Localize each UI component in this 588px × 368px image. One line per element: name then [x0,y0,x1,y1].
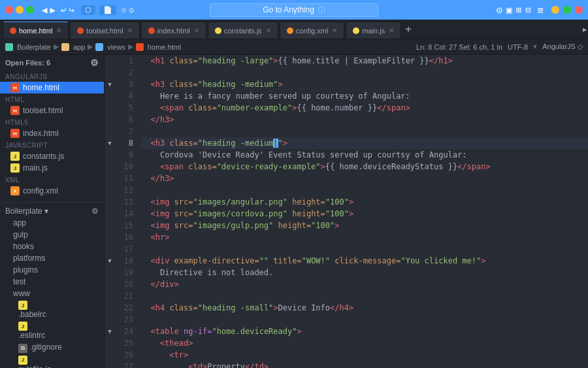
breadcrumb-app[interactable]: app [73,43,85,51]
hamburger-icon[interactable]: ≡ [537,4,544,16]
tab-home-html[interactable]: home.html ✕ [3,22,69,39]
breadcrumb-file[interactable]: home.html [148,43,181,51]
line-15: <img src="images/gulp.png" height="100"> [141,220,588,231]
line-5: <span class="number-example">{{ home.num… [141,102,588,114]
folder-plugins[interactable]: plugins [0,264,104,276]
editor: ▼ ▼ ▼ ▼ [105,55,588,368]
file-icon-gulpfile: J [18,356,27,365]
tab-toolset-html[interactable]: toolset.html ✕ [70,22,139,39]
breadcrumb-views[interactable]: views [107,43,125,51]
tab-config-xml[interactable]: config.xml ✕ [280,22,345,39]
line-3: <h3 class="heading -medium"> [141,78,588,90]
file-gulpfile[interactable]: J gulpfile.js [0,354,104,369]
grid-icon[interactable]: ⊞ [515,5,521,15]
tab-label-main: main.js [362,27,385,35]
tab-icon-index [148,27,155,34]
line-numbers: 1 2 3 4 5 6 7 8 9 10 11 12 13 14 15 16 1… [115,55,139,368]
monitor-icon[interactable]: ▣ [506,5,512,15]
encoding: UTF-8 [508,43,528,51]
fold-8[interactable]: ▼ [105,137,115,149]
nav-forward-icon[interactable]: ▶ [50,5,55,15]
file-babelrc[interactable]: J .babelrc [0,299,104,320]
line-1: <h1 class="heading -large">{{ home.title… [141,55,588,67]
tab-constants-js[interactable]: constants.js ✕ [208,22,278,39]
project-icon[interactable]: ⬡ [81,5,95,15]
tab-close-main[interactable]: ✕ [389,27,394,34]
file-gitignore[interactable]: G .gitignore [0,341,104,354]
sidebar-item-constants-js[interactable]: J constants.js [0,150,104,162]
fold-24[interactable]: ▼ [105,326,115,337]
tab-add-button[interactable]: + [405,24,412,35]
breadcrumb-sep2: ▶ [88,42,93,51]
file-name-home: home.html [23,83,59,92]
undo-icon[interactable]: ↩ [61,5,66,15]
tab-label-constants: constants.js [224,27,262,35]
sidebar-item-toolset-html[interactable]: H toolset.html [0,105,104,116]
traffic-light-red[interactable] [5,6,13,14]
file-name-index: index.html [23,129,59,138]
folder-platforms[interactable]: platforms [0,252,104,264]
line-2 [141,67,588,78]
line-4: Here is a fancy number served up courtes… [141,90,588,102]
tab-close-home[interactable]: ✕ [56,27,61,34]
tab-close-config[interactable]: ✕ [332,27,337,34]
syntax-mode[interactable]: AngularJS ◇ [542,42,583,51]
folder-www[interactable]: www [0,288,104,299]
window-maximize[interactable] [563,6,571,14]
redo-icon[interactable]: ↪ [69,5,74,15]
titlebar-search[interactable]: Go to Anything ⓘ [210,3,378,17]
folder-hooks[interactable]: hooks [0,241,104,252]
sidebar-item-main-js[interactable]: J main.js [0,162,104,174]
sidebar-item-home-html[interactable]: H home.html [0,82,104,93]
sidebar-settings-icon[interactable]: ⚙ [90,58,99,68]
traffic-light-green[interactable] [26,6,34,14]
layout-icon[interactable]: ⊟ [525,5,531,15]
file-icon-config: X [10,186,20,195]
window-close[interactable] [575,6,583,14]
tab-main-js[interactable]: main.js ✕ [346,22,401,39]
file-name-constants: constants.js [23,152,64,161]
breadcrumb-sep3: ▶ [128,42,133,51]
sidebar-item-config-xml[interactable]: X config.xml [0,185,104,197]
folder-app[interactable]: app [0,217,104,229]
fold-18[interactable]: ▼ [105,255,115,267]
folder-gulp[interactable]: gulp [0,229,104,241]
settings-icon[interactable]: ⚙ [129,5,135,15]
tab-close-index[interactable]: ✕ [194,27,199,34]
tab-overflow-icon[interactable]: ▸ [581,23,588,35]
window-minimize[interactable] [551,6,559,14]
file-icon-toolset: H [10,106,20,115]
line-12 [141,184,588,196]
tab-close-toolset[interactable]: ✕ [127,27,133,34]
file-eslintrc[interactable]: J .eslintrc [0,320,104,341]
code-container: ▼ ▼ ▼ ▼ [105,55,588,368]
tab-close-constants[interactable]: ✕ [266,27,271,34]
search-info-icon: ⓘ [318,5,325,15]
tab-label-config: config.xml [296,27,329,35]
section-xml: XML [0,174,104,185]
project-header[interactable]: Boilerplate ▾ ⚙ [0,205,104,217]
section-javascript: JavaScript [0,139,104,150]
file-icon-index: H [10,129,20,138]
breadcrumb-boilerplate[interactable]: Boilerplate [17,43,51,51]
file-icon[interactable]: 📄 [99,5,116,15]
tab-label-index: index.html [157,27,190,35]
search-title-text: Go to Anything [263,5,314,14]
fold-3[interactable]: ▼ [105,78,115,90]
open-files-label: Open Files: 6 [5,59,50,67]
screen-record-icon[interactable]: ⊙ [496,4,502,16]
line-16: <hr> [141,231,588,243]
traffic-light-yellow[interactable] [16,6,24,14]
tab-label-home: home.html [19,27,52,35]
tab-icon-main [353,27,359,34]
line-8: <h3 class="heading -medium|"> [141,137,588,149]
nav-back-icon[interactable]: ◀ [42,5,47,15]
project-name: Boilerplate ▾ [5,207,48,216]
tab-index-html[interactable]: index.html ✕ [141,22,206,39]
menu-circle-icon[interactable]: ⊙ [122,5,127,15]
sidebar-item-index-html[interactable]: H index.html [0,127,104,139]
folder-test[interactable]: test [0,276,104,288]
file-name-toolset: toolset.html [23,106,63,115]
project-settings-icon[interactable]: ⚙ [91,207,99,216]
titlebar-left: ◀ ▶ ↩ ↪ ⬡ 📄 ⊙ ⚙ [5,5,134,15]
